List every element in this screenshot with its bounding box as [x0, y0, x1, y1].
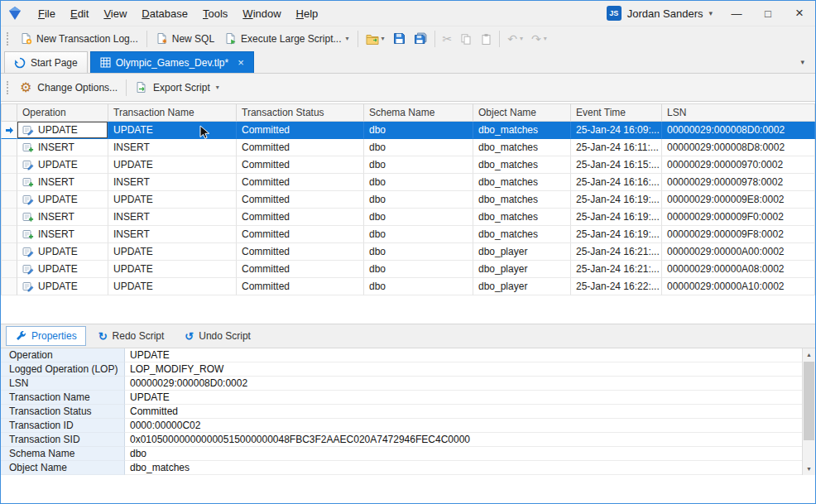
- property-row[interactable]: Operation UPDATE: [1, 348, 815, 362]
- property-row[interactable]: Transaction Name UPDATE: [1, 391, 815, 405]
- export-script-button[interactable]: Export Script ▾: [130, 78, 224, 97]
- toolbar-separator: [434, 31, 435, 47]
- document-tab-strip: Start Page Olympic_Games_Dev.tlp* × ▾: [1, 50, 815, 74]
- menu-item-view[interactable]: View: [96, 2, 134, 25]
- column-header-transaction-name[interactable]: Transaction Name: [108, 103, 237, 122]
- tab-properties[interactable]: Properties: [6, 326, 86, 346]
- insert-icon: [22, 211, 34, 223]
- table-row[interactable]: UPDATE UPDATE Committed dbo dbo_player 2…: [1, 243, 815, 261]
- operation-text: INSERT: [38, 211, 74, 223]
- column-header-schema-name[interactable]: Schema Name: [364, 103, 473, 122]
- property-row[interactable]: LSN 00000029:000008D0:0002: [1, 377, 815, 391]
- new-transaction-log-button[interactable]: New Transaction Log...: [15, 29, 143, 48]
- open-file-button[interactable]: ▾: [362, 30, 389, 48]
- toolbar-separator: [126, 79, 127, 96]
- update-icon: [22, 194, 34, 205]
- property-row[interactable]: Logged Operation (LOP) LOP_MODIFY_ROW: [1, 362, 815, 377]
- save-icon: [393, 32, 406, 45]
- gear-icon: ⚙: [20, 81, 31, 94]
- bottom-empty-area: [1, 475, 815, 503]
- tab-close-icon[interactable]: ×: [238, 57, 244, 68]
- property-label: Transaction SID: [1, 433, 125, 447]
- cell-object-name: dbo_player: [473, 261, 571, 278]
- cell-transaction-status: Committed: [237, 278, 364, 295]
- new-sql-label: New SQL: [172, 33, 214, 45]
- execute-large-script-button[interactable]: Execute Large Script... ▾: [219, 29, 353, 48]
- update-icon: [22, 263, 34, 275]
- save-button[interactable]: [389, 29, 410, 48]
- grid-header-row: Operation Transaction Name Transaction S…: [1, 103, 815, 122]
- menu-item-edit[interactable]: Edit: [63, 2, 96, 25]
- properties-scrollbar[interactable]: ▲ ▼: [802, 348, 815, 475]
- tab-undo-script[interactable]: ↺ Undo Script: [176, 327, 259, 345]
- table-row[interactable]: INSERT INSERT Committed dbo dbo_matches …: [1, 226, 815, 243]
- toolbar-grip[interactable]: [7, 32, 10, 46]
- paste-button[interactable]: [476, 30, 496, 48]
- table-row[interactable]: UPDATE UPDATE Committed dbo dbo_matches …: [1, 156, 815, 174]
- menu-item-help[interactable]: Help: [289, 2, 326, 25]
- copy-button[interactable]: [456, 30, 476, 48]
- tab-label: Undo Script: [199, 330, 251, 342]
- column-header-transaction-status[interactable]: Transaction Status: [237, 103, 364, 122]
- table-row[interactable]: UPDATE UPDATE Committed dbo dbo_matches …: [1, 122, 815, 139]
- column-header-lsn[interactable]: LSN: [662, 103, 815, 122]
- maximize-button[interactable]: □: [752, 1, 784, 26]
- table-row[interactable]: UPDATE UPDATE Committed dbo dbo_player 2…: [1, 278, 815, 295]
- cell-event-time: 25-Jan-24 16:22:...: [571, 278, 662, 295]
- menu-item-database[interactable]: Database: [134, 2, 195, 25]
- column-header-event-time[interactable]: Event Time: [571, 103, 662, 122]
- property-row[interactable]: Transaction Status Committed: [1, 405, 815, 419]
- cell-operation: INSERT: [17, 174, 108, 191]
- cell-event-time: 25-Jan-24 16:19:...: [571, 226, 662, 243]
- table-row[interactable]: INSERT INSERT Committed dbo dbo_matches …: [1, 139, 815, 156]
- close-button[interactable]: ×: [784, 1, 815, 26]
- save-all-button[interactable]: [410, 29, 431, 48]
- property-value: Committed: [125, 405, 802, 419]
- property-row[interactable]: Schema Name dbo: [1, 447, 815, 461]
- property-row[interactable]: Transaction ID 0000:00000C02: [1, 419, 815, 433]
- update-icon: [22, 124, 34, 136]
- cell-operation: UPDATE: [17, 243, 108, 261]
- cell-object-name: dbo_matches: [473, 226, 571, 243]
- scroll-up-button[interactable]: ▲: [803, 348, 815, 361]
- row-indicator: [1, 174, 17, 191]
- app-window: File Edit View Database Tools Window Hel…: [0, 0, 816, 504]
- table-row[interactable]: INSERT INSERT Committed dbo dbo_matches …: [1, 174, 815, 191]
- table-row[interactable]: UPDATE UPDATE Committed dbo dbo_player 2…: [1, 261, 815, 278]
- property-row[interactable]: Transaction SID 0x0105000000000005150000…: [1, 433, 815, 447]
- cell-lsn: 00000029:00000A00:0002: [662, 243, 815, 261]
- toolbar-grip[interactable]: [7, 81, 10, 94]
- tab-redo-script[interactable]: ↻ Redo Script: [90, 327, 173, 345]
- minimize-button[interactable]: —: [721, 1, 752, 26]
- column-header-operation[interactable]: Operation: [17, 103, 108, 122]
- table-row[interactable]: INSERT INSERT Committed dbo dbo_matches …: [1, 209, 815, 226]
- operation-text: INSERT: [38, 228, 74, 240]
- property-row[interactable]: Object Name dbo_matches: [1, 461, 815, 475]
- property-value: dbo: [125, 447, 802, 461]
- cell-schema-name: dbo: [364, 122, 473, 139]
- scroll-thumb[interactable]: [804, 362, 814, 440]
- tab-list-dropdown-icon[interactable]: ▾: [793, 58, 812, 66]
- redo-button[interactable]: ↷ ▾: [527, 30, 551, 48]
- update-icon: [22, 159, 34, 170]
- column-header-object-name[interactable]: Object Name: [473, 103, 571, 122]
- table-row[interactable]: UPDATE UPDATE Committed dbo dbo_matches …: [1, 191, 815, 209]
- cut-button[interactable]: ✂: [439, 30, 457, 48]
- undo-button[interactable]: ↶ ▾: [503, 30, 527, 48]
- cell-event-time: 25-Jan-24 16:09:...: [571, 122, 662, 139]
- scroll-down-button[interactable]: ▼: [803, 463, 815, 475]
- tab-start-page[interactable]: Start Page: [4, 51, 88, 73]
- insert-icon: [22, 142, 34, 153]
- open-folder-icon: [366, 33, 379, 45]
- cell-event-time: 25-Jan-24 16:21:...: [571, 261, 662, 278]
- menu-item-tools[interactable]: Tools: [195, 2, 235, 25]
- cell-operation: UPDATE: [17, 122, 108, 139]
- property-label: Object Name: [1, 461, 125, 475]
- new-sql-button[interactable]: New SQL: [151, 29, 219, 48]
- change-options-button[interactable]: ⚙ Change Options...: [15, 78, 122, 98]
- tab-label: Properties: [31, 330, 77, 342]
- menu-item-window[interactable]: Window: [235, 2, 288, 25]
- user-account-menu[interactable]: JS Jordan Sanders ▾: [598, 6, 721, 21]
- menu-item-file[interactable]: File: [31, 2, 63, 25]
- tab-olympic-games-dev[interactable]: Olympic_Games_Dev.tlp* ×: [90, 51, 254, 73]
